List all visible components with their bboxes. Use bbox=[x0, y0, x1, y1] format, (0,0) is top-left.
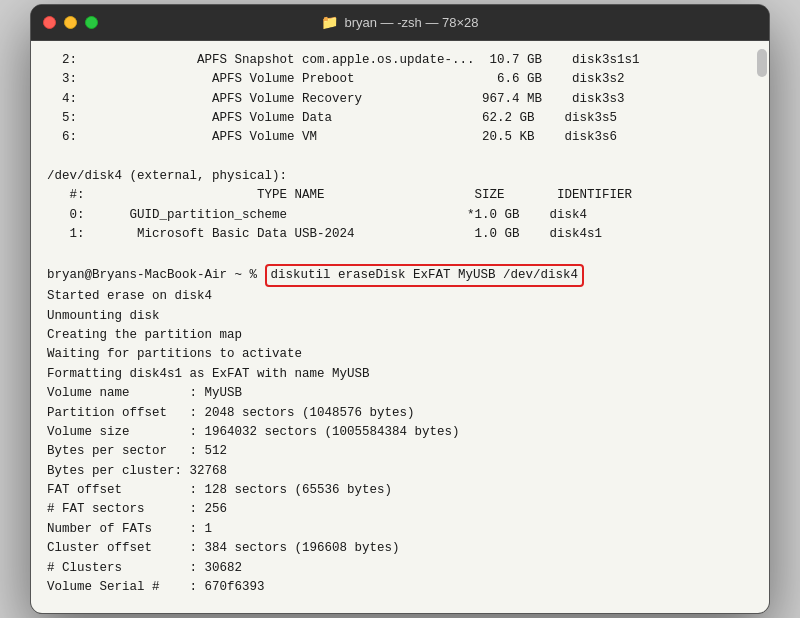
line-cluster-offset: Cluster offset : 384 sectors (196608 byt… bbox=[47, 539, 741, 558]
line-partition-map: Creating the partition map bbox=[47, 326, 741, 345]
line-3: 4: APFS Volume Recovery 967.4 MB disk3s3 bbox=[47, 90, 741, 109]
line-fat-sectors: # FAT sectors : 256 bbox=[47, 500, 741, 519]
command-text: diskutil eraseDisk ExFAT MyUSB /dev/disk… bbox=[265, 264, 585, 287]
command-line: bryan@Bryans-MacBook-Air ~ % diskutil er… bbox=[47, 264, 741, 287]
line-waiting: Waiting for partitions to activate bbox=[47, 345, 741, 364]
window-title: 📁 bryan — -zsh — 78×28 bbox=[321, 14, 478, 30]
maximize-button[interactable] bbox=[85, 16, 98, 29]
line-5: 6: APFS Volume VM 20.5 KB disk3s6 bbox=[47, 128, 741, 147]
line-volume-name: Volume name : MyUSB bbox=[47, 384, 741, 403]
close-button[interactable] bbox=[43, 16, 56, 29]
line-blank-1 bbox=[47, 148, 741, 167]
traffic-lights bbox=[43, 16, 98, 29]
line-disk4-header: /dev/disk4 (external, physical): bbox=[47, 167, 741, 186]
line-4: 5: APFS Volume Data 62.2 GB disk3s5 bbox=[47, 109, 741, 128]
line-blank-2 bbox=[47, 245, 741, 264]
line-unmounting: Unmounting disk bbox=[47, 307, 741, 326]
line-bytes-per-cluster: Bytes per cluster: 32768 bbox=[47, 462, 741, 481]
title-label: bryan — -zsh — 78×28 bbox=[344, 15, 478, 30]
folder-icon: 📁 bbox=[321, 14, 338, 30]
minimize-button[interactable] bbox=[64, 16, 77, 29]
line-disk4-0: 0: GUID_partition_scheme *1.0 GB disk4 bbox=[47, 206, 741, 225]
shell-prompt: bryan@Bryans-MacBook-Air ~ % bbox=[47, 266, 265, 285]
scrollbar-thumb[interactable] bbox=[757, 49, 767, 77]
line-bytes-per-sector: Bytes per sector : 512 bbox=[47, 442, 741, 461]
line-disk4-1: 1: Microsoft Basic Data USB-2024 1.0 GB … bbox=[47, 225, 741, 244]
line-started: Started erase on disk4 bbox=[47, 287, 741, 306]
line-serial: Volume Serial # : 670f6393 bbox=[47, 578, 741, 597]
terminal-window: 📁 bryan — -zsh — 78×28 2: APFS Snapshot … bbox=[30, 4, 770, 615]
line-num-fats: Number of FATs : 1 bbox=[47, 520, 741, 539]
line-formatting: Formatting disk4s1 as ExFAT with name My… bbox=[47, 365, 741, 384]
line-fat-offset: FAT offset : 128 sectors (65536 bytes) bbox=[47, 481, 741, 500]
line-2: 3: APFS Volume Preboot 6.6 GB disk3s2 bbox=[47, 70, 741, 89]
line-1: 2: APFS Snapshot com.apple.os.update-...… bbox=[47, 51, 741, 70]
line-clusters: # Clusters : 30682 bbox=[47, 559, 741, 578]
line-columns: #: TYPE NAME SIZE IDENTIFIER bbox=[47, 186, 741, 205]
terminal-content: 2: APFS Snapshot com.apple.os.update-...… bbox=[31, 41, 769, 614]
titlebar: 📁 bryan — -zsh — 78×28 bbox=[31, 5, 769, 41]
line-partition-offset: Partition offset : 2048 sectors (1048576… bbox=[47, 404, 741, 423]
line-volume-size: Volume size : 1964032 sectors (100558438… bbox=[47, 423, 741, 442]
